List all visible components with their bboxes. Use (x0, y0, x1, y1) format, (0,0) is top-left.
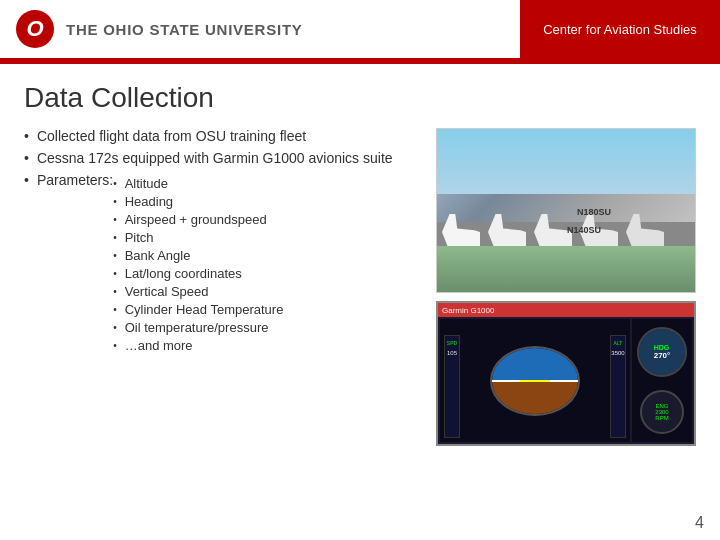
parameter-item-8: Oil temperature/pressure (113, 320, 283, 335)
bullet-item-1: Collected flight data from OSU training … (24, 128, 420, 144)
plane-reg-2: N140SU (567, 225, 601, 235)
parameter-item-5: Lat/long coordinates (113, 266, 283, 281)
parameter-item-3: Pitch (113, 230, 283, 245)
main-bullet-list: Collected flight data from OSU training … (24, 128, 420, 356)
parameter-item-0: Altitude (113, 176, 283, 191)
content-area: Collected flight data from OSU training … (24, 128, 696, 446)
parameter-item-2: Airspeed + groundspeed (113, 212, 283, 227)
osu-logo: O (16, 10, 54, 48)
parameter-item-6: Vertical Speed (113, 284, 283, 299)
parameter-item-1: Heading (113, 194, 283, 209)
avionics-title: Garmin G1000 (442, 306, 494, 315)
parameter-item-9: …and more (113, 338, 283, 353)
center-name: Center for Aviation Studies (543, 22, 697, 37)
compass-gauge: HDG270° (637, 327, 687, 377)
plane-reg-1: N180SU (577, 207, 611, 217)
bullet-item-3: Parameters: AltitudeHeadingAirspeed + gr… (24, 172, 420, 356)
main-content: Data Collection Collected flight data fr… (0, 64, 720, 456)
engine-gauge: ENG2300RPM (640, 390, 684, 434)
parameter-item-4: Bank Angle (113, 248, 283, 263)
header: O THE OHIO STATE UNIVERSITY Center for A… (0, 0, 720, 58)
header-right: Center for Aviation Studies (520, 0, 720, 58)
logo-letter: O (26, 18, 43, 40)
page-number: 4 (695, 514, 704, 532)
images-section: N180SU N140SU Garmin G1000 (436, 128, 696, 446)
artificial-horizon (490, 346, 580, 416)
parameters-list: AltitudeHeadingAirspeed + groundspeedPit… (113, 176, 283, 356)
planes-image: N180SU N140SU (436, 128, 696, 293)
header-left: O THE OHIO STATE UNIVERSITY (0, 10, 520, 48)
parameter-item-7: Cylinder Head Temperature (113, 302, 283, 317)
text-section: Collected flight data from OSU training … (24, 128, 420, 446)
bullet-item-2: Cessna 172s equipped with Garmin G1000 a… (24, 150, 420, 166)
university-name: THE OHIO STATE UNIVERSITY (66, 21, 303, 38)
page-title: Data Collection (24, 82, 696, 114)
avionics-image: Garmin G1000 SPD 1 (436, 301, 696, 446)
